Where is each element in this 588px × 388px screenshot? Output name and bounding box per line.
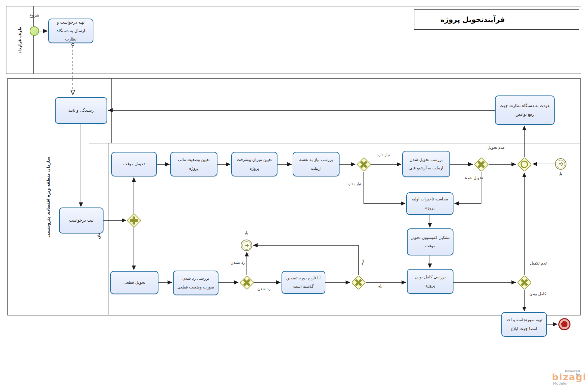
modeler-text: Modeler (553, 381, 568, 386)
inclusive-circle-marker (521, 161, 528, 168)
flow-label-not-delivered: عدم تحویل (487, 145, 506, 150)
end-event[interactable] (558, 318, 570, 330)
start-event-label: شروع (26, 13, 43, 18)
gateway-asbuilt-need[interactable] (356, 157, 371, 172)
task-guarantee-period-check[interactable]: آیا تاریخ دوره تضمین گذشته است (282, 271, 325, 294)
link-throw-label: A (242, 231, 251, 236)
task-project-complete-check[interactable]: بررسی کامل بودن پروژه (407, 269, 453, 294)
task-register-request[interactable]: ثبت درخواست (59, 207, 104, 233)
diagram-title-box: فرآیندتحویل پروژه (414, 9, 579, 30)
gateway-rejected-or-not[interactable] (239, 275, 254, 290)
link-catch-event-a[interactable] (555, 158, 566, 170)
link-throw-ring (242, 241, 251, 250)
task-prepare-minutes[interactable]: تهیه صورتجلسه و اخذ امضا جهت ابلاغ (501, 312, 547, 337)
link-catch-ring (557, 160, 565, 168)
diagram-title: فرآیندتحویل پروژه (440, 16, 505, 24)
task-statement-rejection-check[interactable]: بررسی رد شدن صورت وضعیت قطعی (173, 271, 218, 295)
bpmn-diagram-canvas: طرف قرارداد سازمان منطقه ویژه اقتصادی پت… (0, 0, 588, 388)
gateway-delivered-or-not[interactable] (474, 157, 489, 172)
task-progress-level[interactable]: تعیین میزان پیشرفت پروژه (231, 152, 277, 176)
flow-connector-layer (0, 0, 588, 388)
flow-label-no-need: نیاز ندارد (343, 182, 365, 187)
task-financial-status[interactable]: تعیین وضعیت مالی پروژه (170, 152, 217, 176)
gateway-inclusive-merge[interactable] (517, 157, 532, 172)
task-asbuilt-need-check[interactable]: بررسی نیاز به نقشه ازبیلت (293, 152, 340, 176)
flow-label-complete: کامل بودن (526, 292, 550, 297)
link-arrow-outline-icon (558, 161, 564, 167)
gateway-complete-or-not[interactable] (517, 275, 532, 290)
bizagi-logo[interactable]: bizagi (552, 372, 587, 382)
flow-label-need: نیاز دارد (373, 153, 394, 158)
flow-label-not-rejected: رد نشدن (227, 260, 248, 266)
message-flow-origin (72, 44, 74, 46)
flow-label-yes: بله (373, 284, 388, 289)
task-temporary-delivery[interactable]: تحویل موقت (111, 152, 157, 176)
plus-marker-v (133, 216, 135, 224)
flow-label-delivered: تحویل شده (465, 175, 483, 181)
task-final-delivery[interactable]: تحویل قطعی (110, 271, 158, 294)
flow-label-rejected: رد شدن (254, 286, 274, 292)
task-prepare-request[interactable]: تهیه درخواست و ارسال به دستگاه نظارت (48, 19, 93, 43)
task-return-to-supervisor[interactable]: عودت به دستگاه نظارت جهت رفع نواقص (495, 95, 555, 125)
task-review-approve[interactable]: رسیدگی و تایید (55, 97, 107, 124)
gateway-parallel-split[interactable] (126, 213, 141, 228)
task-calc-initial-delays[interactable]: محاسبه تاخیرات اولیه پروژه (406, 192, 453, 215)
link-throw-event-a[interactable] (241, 240, 252, 251)
gateway-guarantee-passed[interactable] (351, 275, 366, 290)
task-form-commission[interactable]: تشکیل کمیسیون تحویل موقت (407, 228, 453, 255)
task-asbuilt-archive-check[interactable]: بررسی تحویل شدن ازبیلت به آرشیو فنی (402, 151, 450, 177)
link-arrow-filled-icon (244, 243, 249, 248)
start-event[interactable] (30, 26, 39, 36)
link-catch-label: A (556, 172, 565, 177)
flow-label-incomplete: عدم تکمیل (527, 261, 551, 266)
flow-gw1-noneed-to-delays (364, 172, 405, 203)
flow-gw3-no-to-linkA (253, 245, 358, 275)
